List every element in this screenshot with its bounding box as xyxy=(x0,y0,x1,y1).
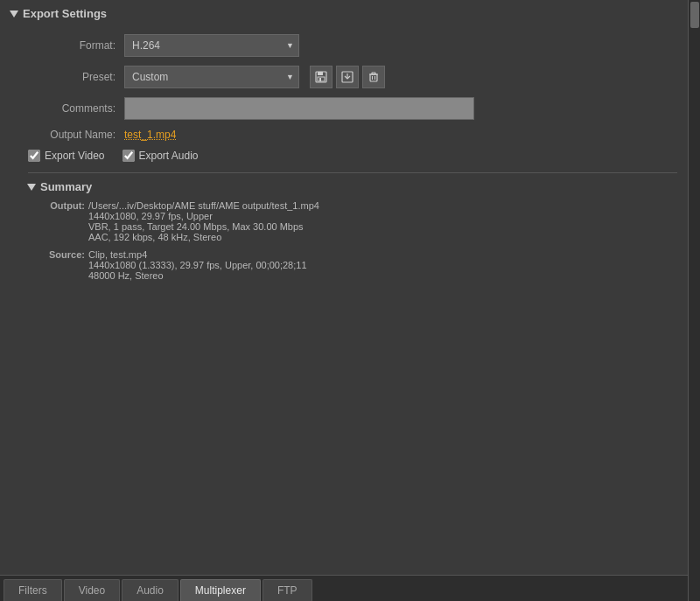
scrollbar[interactable] xyxy=(688,0,700,601)
section-header: Export Settings xyxy=(10,7,677,24)
format-row: Format: H.264 H.265 MPEG-2 QuickTime xyxy=(10,34,677,57)
import-preset-button[interactable] xyxy=(336,66,359,88)
summary-section: Summary Output: /Users/...iv/Desktop/AME… xyxy=(10,172,677,281)
export-checkboxes-row: Export Video Export Audio xyxy=(10,150,677,162)
tabs-bar: Filters Video Audio Multiplexer FTP xyxy=(0,575,688,601)
export-video-label: Export Video xyxy=(45,150,105,162)
export-video-checkbox[interactable] xyxy=(28,150,40,162)
preset-icon-group xyxy=(310,66,385,88)
trash-icon xyxy=(368,71,380,83)
summary-source-line-1: Clip, test.mp4 xyxy=(88,249,307,260)
summary-output-line-2: 1440x1080, 29.97 fps, Upper xyxy=(88,211,319,221)
tab-video[interactable]: Video xyxy=(64,579,120,601)
svg-rect-3 xyxy=(319,78,321,81)
svg-rect-8 xyxy=(372,73,375,74)
svg-rect-6 xyxy=(370,74,377,81)
delete-preset-button[interactable] xyxy=(362,66,385,88)
summary-source-values: Clip, test.mp4 1440x1080 (1.3333), 29.97… xyxy=(88,249,307,281)
summary-output-row: Output: /Users/...iv/Desktop/AME stuff/A… xyxy=(37,200,677,242)
summary-output-values: /Users/...iv/Desktop/AME stuff/AME outpu… xyxy=(88,200,319,242)
comments-label: Comments: xyxy=(28,102,116,115)
comments-input[interactable] xyxy=(124,97,474,120)
format-label: Format: xyxy=(28,39,116,52)
summary-source-line-2: 1440x1080 (1.3333), 29.97 fps, Upper, 00… xyxy=(88,260,307,270)
preset-row: Preset: Custom Match Source High Quality xyxy=(10,66,677,88)
summary-output-line-3: VBR, 1 pass, Target 24.00 Mbps, Max 30.0… xyxy=(88,221,319,232)
output-name-label: Output Name: xyxy=(28,129,116,141)
summary-content: Output: /Users/...iv/Desktop/AME stuff/A… xyxy=(28,200,677,281)
format-dropdown-wrapper: H.264 H.265 MPEG-2 QuickTime xyxy=(124,34,299,57)
scrollbar-thumb[interactable] xyxy=(690,2,699,28)
summary-output-line-4: AAC, 192 kbps, 48 kHz, Stereo xyxy=(88,232,319,242)
tab-audio[interactable]: Audio xyxy=(122,579,178,601)
export-settings-section: Export Settings Format: H.264 H.265 MPEG… xyxy=(0,0,688,575)
preset-dropdown-wrapper: Custom Match Source High Quality xyxy=(124,66,299,88)
summary-header: Summary xyxy=(28,172,677,193)
summary-source-line-3: 48000 Hz, Stereo xyxy=(88,270,307,281)
save-icon xyxy=(315,71,327,83)
export-audio-checkbox[interactable] xyxy=(122,150,135,162)
summary-collapse-icon[interactable] xyxy=(27,184,36,191)
export-video-checkbox-item[interactable]: Export Video xyxy=(28,150,105,162)
preset-label: Preset: xyxy=(28,71,116,83)
summary-output-line-1: /Users/...iv/Desktop/AME stuff/AME outpu… xyxy=(88,200,319,211)
summary-title: Summary xyxy=(40,180,92,193)
svg-rect-1 xyxy=(318,72,323,75)
tab-filters[interactable]: Filters xyxy=(4,579,62,601)
output-name-link[interactable]: test_1.mp4 xyxy=(124,129,176,141)
section-title: Export Settings xyxy=(23,7,107,20)
save-preset-button[interactable] xyxy=(310,66,332,88)
export-audio-checkbox-item[interactable]: Export Audio xyxy=(122,150,199,162)
tab-multiplexer[interactable]: Multiplexer xyxy=(180,579,261,601)
comments-row: Comments: xyxy=(10,97,677,120)
summary-output-label: Output: xyxy=(37,200,85,242)
import-icon xyxy=(341,71,354,83)
format-select[interactable]: H.264 H.265 MPEG-2 QuickTime xyxy=(124,34,299,57)
summary-source-label: Source: xyxy=(37,249,85,281)
preset-select[interactable]: Custom Match Source High Quality xyxy=(124,66,299,88)
collapse-icon[interactable] xyxy=(10,10,18,17)
tab-ftp[interactable]: FTP xyxy=(262,579,312,601)
preset-controls: Custom Match Source High Quality xyxy=(124,66,385,88)
summary-source-row: Source: Clip, test.mp4 1440x1080 (1.3333… xyxy=(37,249,677,281)
content-area: Export Settings Format: H.264 H.265 MPEG… xyxy=(0,0,688,601)
output-name-row: Output Name: test_1.mp4 xyxy=(10,129,677,141)
export-audio-label: Export Audio xyxy=(139,150,199,162)
export-settings-panel: Export Settings Format: H.264 H.265 MPEG… xyxy=(0,0,700,601)
